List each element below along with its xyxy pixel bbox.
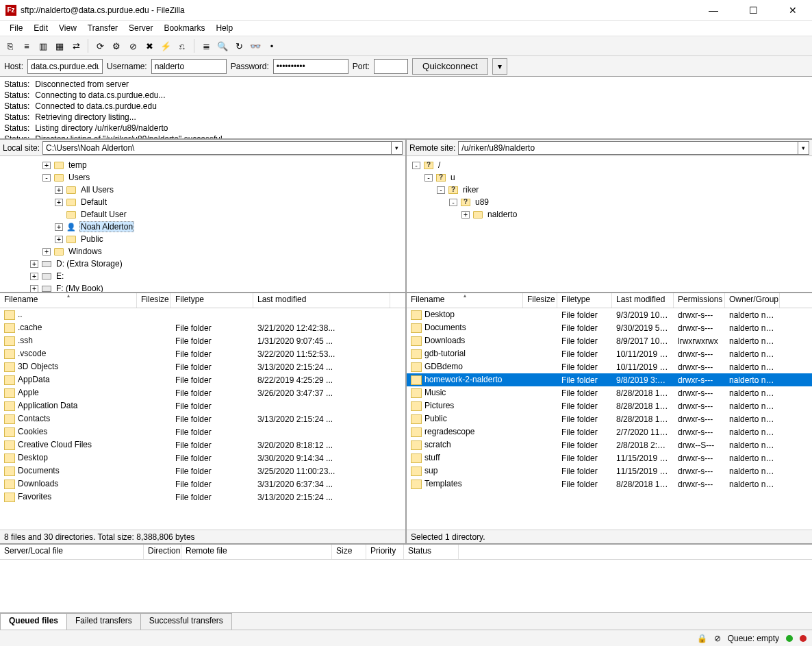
disconnect-icon[interactable]: ✖: [142, 38, 157, 53]
file-row[interactable]: 3D ObjectsFile folder3/13/2020 2:15:24 .…: [0, 360, 405, 373]
menu-file[interactable]: File: [4, 22, 28, 34]
file-row[interactable]: stuffFile folder11/15/2019 3:3...drwxr-s…: [407, 451, 812, 464]
filter-icon[interactable]: ⎌: [175, 38, 190, 53]
column-header[interactable]: Direction: [144, 545, 181, 559]
column-header[interactable]: Filesize: [523, 293, 557, 308]
column-header[interactable]: Server/Local file: [0, 545, 144, 559]
auto-icon[interactable]: 👓: [248, 38, 263, 53]
refresh-icon[interactable]: ⟳: [92, 38, 107, 53]
file-row[interactable]: DocumentsFile folder3/25/2020 11:00:23..…: [0, 464, 405, 477]
file-row[interactable]: ContactsFile folder3/13/2020 2:15:24 ...: [0, 412, 405, 425]
tree-item[interactable]: +Public: [0, 233, 405, 245]
local-file-list[interactable]: Filename▴FilesizeFiletypeLast modified .…: [0, 293, 405, 530]
reconnect-icon[interactable]: ⚡: [158, 38, 173, 53]
file-row[interactable]: regradescopeFile folder2/7/2020 11:13:..…: [407, 425, 812, 438]
tree-item[interactable]: +All Users: [0, 184, 405, 196]
remote-file-list[interactable]: Filename▴FilesizeFiletypeLast modifiedPe…: [407, 293, 812, 530]
file-row[interactable]: PicturesFile folder8/28/2018 11:2...drwx…: [407, 399, 812, 412]
tree-expander[interactable]: +: [55, 236, 63, 243]
tree-item[interactable]: -riker: [407, 184, 812, 196]
file-row[interactable]: Creative Cloud FilesFile folder3/20/2020…: [0, 438, 405, 451]
minimize-button[interactable]: —: [700, 1, 727, 20]
file-row[interactable]: TemplatesFile folder8/28/2018 11:2...drw…: [407, 477, 812, 490]
column-header[interactable]: Filetype: [557, 293, 612, 308]
column-header[interactable]: Remote file: [181, 545, 332, 559]
file-row[interactable]: homework-2-naldertoFile folder9/8/2019 3…: [407, 373, 812, 386]
tree-expander[interactable]: -: [449, 199, 457, 206]
file-row[interactable]: supFile folder11/15/2019 3:3...drwxr-s--…: [407, 464, 812, 477]
file-row[interactable]: PublicFile folder8/28/2018 11:2...drwxr-…: [407, 412, 812, 425]
process-queue-icon[interactable]: ⚙: [109, 38, 124, 53]
tree-expander[interactable]: -: [437, 186, 445, 194]
compare-icon[interactable]: ≣: [199, 38, 214, 53]
column-header[interactable]: Size: [332, 545, 366, 559]
tree-item[interactable]: +Noah Alderton: [0, 221, 405, 233]
queue-tab[interactable]: Failed transfers: [66, 613, 141, 630]
close-button[interactable]: ✕: [779, 1, 807, 20]
binoculars-icon[interactable]: •: [264, 38, 279, 53]
tree-item[interactable]: +Default: [0, 196, 405, 208]
tree-item[interactable]: +temp: [0, 159, 405, 171]
tree-item[interactable]: +E:: [0, 270, 405, 282]
file-row[interactable]: .sshFile folder1/31/2020 9:07:45 ...: [0, 334, 405, 347]
tree-expander[interactable]: +: [55, 223, 63, 231]
file-row[interactable]: FavoritesFile folder3/13/2020 2:15:24 ..…: [0, 490, 405, 504]
tree-item[interactable]: +Windows: [0, 245, 405, 258]
column-header[interactable]: Filetype: [171, 293, 253, 308]
queue-tab[interactable]: Queued files: [0, 613, 67, 630]
file-row[interactable]: scratchFile folder2/8/2018 2:22:5...drwx…: [407, 438, 812, 451]
tree-item[interactable]: Default User: [0, 208, 405, 221]
column-header[interactable]: Owner/Group: [725, 293, 780, 308]
file-row[interactable]: AppDataFile folder8/22/2019 4:25:29 ...: [0, 373, 405, 386]
local-path-dropdown[interactable]: ▾: [392, 141, 403, 155]
tree-item[interactable]: -u89: [407, 196, 812, 208]
transfer-queue[interactable]: Server/Local fileDirectionRemote fileSiz…: [0, 545, 812, 613]
file-row[interactable]: Application DataFile folder: [0, 399, 405, 412]
file-row[interactable]: CookiesFile folder: [0, 425, 405, 438]
column-header[interactable]: Priority: [366, 545, 404, 559]
column-header[interactable]: Filename▴: [0, 293, 137, 308]
column-header[interactable]: Last modified: [253, 293, 390, 308]
tree-expander[interactable]: +: [42, 248, 51, 256]
column-header[interactable]: Status: [404, 545, 459, 559]
host-input[interactable]: [27, 59, 103, 74]
port-input[interactable]: [374, 59, 408, 74]
tree-item[interactable]: +nalderto: [407, 208, 812, 221]
tree-item[interactable]: +F: (My Book): [0, 282, 405, 293]
local-path-input[interactable]: [42, 141, 392, 155]
site-manager-icon[interactable]: ⎘: [3, 38, 18, 53]
quickconnect-button[interactable]: Quickconnect: [412, 58, 488, 75]
menu-view[interactable]: View: [53, 22, 82, 34]
file-row[interactable]: .cacheFile folder3/21/2020 12:42:38...: [0, 321, 405, 334]
file-row[interactable]: .vscodeFile folder3/22/2020 11:52:53...: [0, 347, 405, 360]
menu-help[interactable]: Help: [210, 22, 238, 34]
maximize-button[interactable]: ☐: [739, 1, 767, 20]
tree-expander[interactable]: +: [461, 211, 470, 219]
menu-edit[interactable]: Edit: [28, 22, 53, 34]
tree-expander[interactable]: +: [30, 273, 38, 280]
username-input[interactable]: [151, 59, 227, 74]
column-header[interactable]: Filename▴: [407, 293, 523, 308]
menu-transfer[interactable]: Transfer: [82, 22, 123, 34]
tree-expander[interactable]: +: [55, 199, 63, 206]
tree-item[interactable]: -u: [407, 171, 812, 184]
toggle-local-tree-icon[interactable]: ▥: [36, 38, 51, 53]
remote-path-dropdown[interactable]: ▾: [798, 141, 809, 155]
file-row[interactable]: MusicFile folder8/28/2018 11:2...drwxr-s…: [407, 386, 812, 399]
quickconnect-dropdown[interactable]: ▾: [492, 58, 507, 75]
file-row[interactable]: DesktopFile folder9/3/2019 10:16:...drwx…: [407, 308, 812, 321]
file-row[interactable]: DownloadsFile folder3/31/2020 6:37:34 ..…: [0, 477, 405, 490]
file-row[interactable]: DocumentsFile folder9/30/2019 5:39:...dr…: [407, 321, 812, 334]
local-tree[interactable]: +temp-Users+All Users+DefaultDefault Use…: [0, 156, 405, 293]
file-row[interactable]: gdb-tutorialFile folder10/11/2019 4:0...…: [407, 347, 812, 360]
tree-expander[interactable]: +: [55, 186, 63, 194]
tree-expander[interactable]: -: [412, 162, 420, 169]
tree-expander[interactable]: +: [30, 260, 38, 268]
sync-browse-icon[interactable]: 🔍: [215, 38, 230, 53]
toggle-queue-icon[interactable]: ⇄: [68, 38, 84, 53]
file-row[interactable]: ..: [0, 308, 405, 321]
tree-expander[interactable]: -: [424, 174, 433, 182]
file-row[interactable]: AppleFile folder3/26/2020 3:47:37 ...: [0, 386, 405, 399]
toggle-remote-tree-icon[interactable]: ▦: [52, 38, 67, 53]
column-header[interactable]: Permissions: [674, 293, 725, 308]
